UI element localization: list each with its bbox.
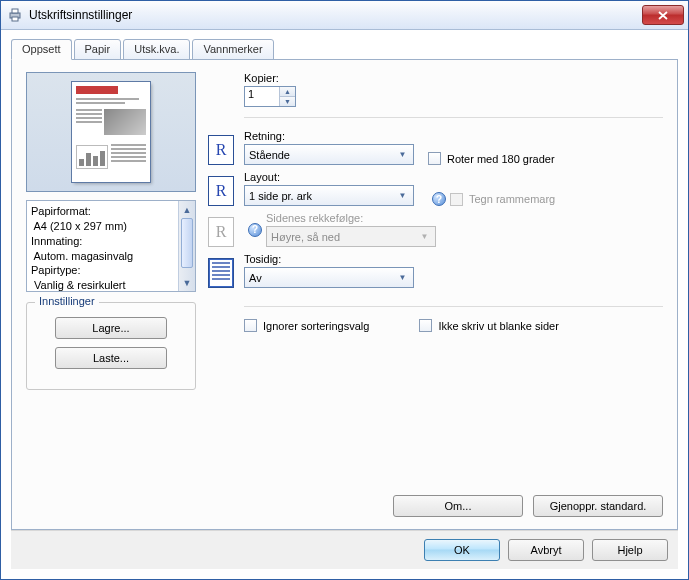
skip-blank-checkbox[interactable]: Ikke skriv ut blanke sider <box>419 319 558 332</box>
scroll-thumb[interactable] <box>181 218 193 268</box>
print-prefs-window: Utskriftsinnstillinger Oppsett Papir Uts… <box>0 0 689 580</box>
copies-label: Kopier: <box>244 72 663 84</box>
chevron-down-icon: ▼ <box>395 189 410 202</box>
draw-border-checkbox: Tegn rammemarg <box>450 193 555 206</box>
checkbox-icon <box>419 319 432 332</box>
page-order-select: Høyre, så ned ▼ <box>266 226 436 247</box>
save-button[interactable]: Lagre... <box>55 317 167 339</box>
chevron-down-icon: ▼ <box>395 148 410 161</box>
inner-button-row: Om... Gjenoppr. standard. <box>393 495 663 517</box>
tab-quality[interactable]: Utsk.kva. <box>123 39 190 60</box>
scroll-up-icon[interactable]: ▲ <box>179 201 195 218</box>
help-icon[interactable]: ? <box>248 223 262 237</box>
left-column: Papirformat: A4 (210 x 297 mm) Innmating… <box>26 72 196 390</box>
tabstrip: Oppsett Papir Utsk.kva. Vannmerker <box>11 39 678 60</box>
titlebar: Utskriftsinnstillinger <box>1 1 688 30</box>
scroll-down-icon[interactable]: ▼ <box>179 274 195 291</box>
close-icon <box>658 11 668 20</box>
tab-layout[interactable]: Oppsett <box>11 39 72 60</box>
printer-icon <box>7 7 23 23</box>
info-scrollbar[interactable]: ▲ ▼ <box>178 201 195 291</box>
copies-value[interactable]: 1 <box>245 87 279 106</box>
dialog-body: Oppsett Papir Utsk.kva. Vannmerker <box>1 30 688 579</box>
ignore-collate-checkbox[interactable]: Ignorer sorteringsvalg <box>244 319 369 332</box>
layout-icon: R <box>208 176 234 206</box>
dialog-footer: OK Avbryt Hjelp <box>11 530 678 569</box>
layout-label: Layout: <box>244 171 414 183</box>
tab-watermarks[interactable]: Vannmerker <box>192 39 273 60</box>
help-button[interactable]: Hjelp <box>592 539 668 561</box>
page-preview <box>26 72 196 192</box>
settings-group: Innstillinger Lagre... Laste... <box>26 302 196 390</box>
page-order-label: Sidenes rekkefølge: <box>266 212 436 224</box>
checkbox-icon <box>428 152 441 165</box>
chevron-down-icon: ▼ <box>395 271 410 284</box>
ok-button[interactable]: OK <box>424 539 500 561</box>
orientation-select[interactable]: Stående ▼ <box>244 144 414 165</box>
help-icon[interactable]: ? <box>432 192 446 206</box>
orientation-label: Retning: <box>244 130 414 142</box>
checkbox-icon <box>244 319 257 332</box>
preview-page <box>72 82 150 182</box>
svg-rect-1 <box>12 9 18 13</box>
checkbox-icon <box>450 193 463 206</box>
layout-select[interactable]: 1 side pr. ark ▼ <box>244 185 414 206</box>
rotate-180-checkbox[interactable]: Roter med 180 grader <box>428 152 555 165</box>
duplex-icon <box>208 258 234 288</box>
duplex-label: Tosidig: <box>244 253 414 265</box>
chevron-down-icon: ▼ <box>417 230 432 243</box>
restore-defaults-button[interactable]: Gjenoppr. standard. <box>533 495 663 517</box>
tab-paper[interactable]: Papir <box>74 39 122 60</box>
paper-info-box: Papirformat: A4 (210 x 297 mm) Innmating… <box>26 200 196 292</box>
close-button[interactable] <box>642 5 684 25</box>
settings-legend: Innstillinger <box>35 295 99 307</box>
load-button[interactable]: Laste... <box>55 347 167 369</box>
window-title: Utskriftsinnstillinger <box>29 8 642 22</box>
copies-spinner[interactable]: 1 ▲ ▼ <box>244 86 296 107</box>
cancel-button[interactable]: Avbryt <box>508 539 584 561</box>
orientation-icon: R <box>208 135 234 165</box>
spin-down-icon[interactable]: ▼ <box>280 96 295 106</box>
paper-info-text: Papirformat: A4 (210 x 297 mm) Innmating… <box>27 201 178 291</box>
page-order-icon: R <box>208 217 234 247</box>
spin-up-icon[interactable]: ▲ <box>280 87 295 96</box>
about-button[interactable]: Om... <box>393 495 523 517</box>
duplex-select[interactable]: Av ▼ <box>244 267 414 288</box>
svg-rect-2 <box>12 17 18 21</box>
tab-panel-layout: Papirformat: A4 (210 x 297 mm) Innmating… <box>11 59 678 530</box>
right-column: Kopier: 1 ▲ ▼ R <box>208 72 663 390</box>
